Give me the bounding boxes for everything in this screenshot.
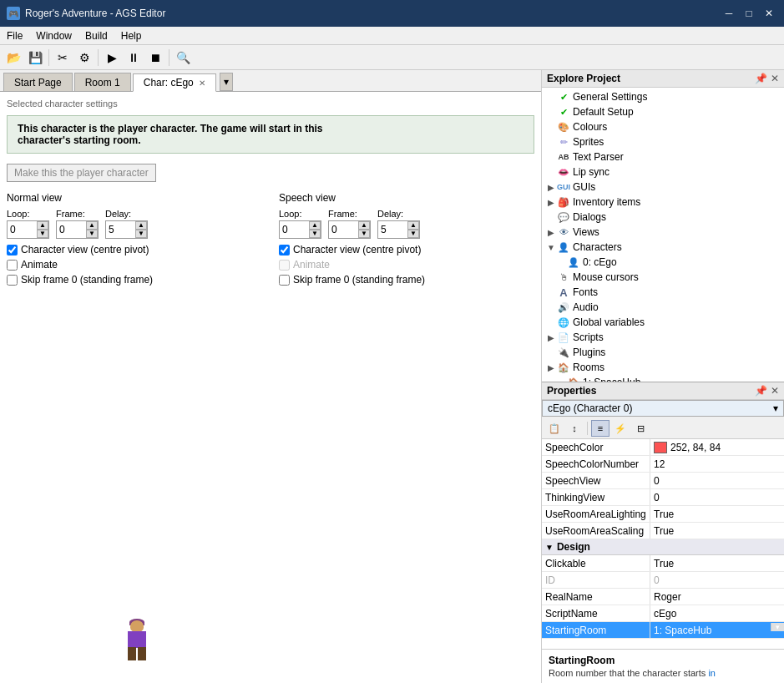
prop-tool-alphabetical[interactable]: ↕ — [565, 420, 584, 437]
speech-frame-group: Frame: ▲ ▼ — [328, 209, 371, 239]
speech-loop-input[interactable] — [280, 221, 309, 238]
normal-delay-down[interactable]: ▼ — [135, 230, 147, 238]
properties-pin-icon[interactable]: 📌 — [755, 385, 767, 397]
prop-value-startingroom-text: 1: SpaceHub — [650, 623, 771, 638]
speech-loop-up[interactable]: ▲ — [309, 221, 321, 230]
speech-charview-checkbox[interactable] — [279, 245, 290, 255]
prop-tool-extra[interactable]: ⊟ — [631, 420, 650, 437]
tree-icon-sprites: ✏ — [557, 135, 570, 149]
properties-close-icon[interactable]: ✕ — [771, 385, 779, 397]
properties-context-dropdown[interactable]: cEgo (Character 0) ▾ — [542, 400, 784, 417]
normal-loop-input[interactable] — [8, 221, 37, 238]
design-section-collapse-icon[interactable]: ▼ — [545, 543, 554, 552]
normal-delay-up[interactable]: ▲ — [135, 221, 147, 230]
normal-view-group: Normal view Loop: ▲ ▼ — [7, 192, 262, 289]
tree-item-fonts[interactable]: A Fonts — [544, 285, 782, 300]
normal-delay-input[interactable] — [106, 221, 135, 238]
normal-skip-label: Skip frame 0 (standing frame) — [21, 274, 153, 286]
explorer-close-icon[interactable]: ✕ — [771, 73, 779, 84]
toolbar-search[interactable]: 🔍 — [173, 48, 193, 68]
normal-frame-input[interactable] — [57, 221, 86, 238]
tree-item-mouse-cursors[interactable]: 🖱 Mouse cursors — [544, 270, 782, 285]
speech-delay-down[interactable]: ▼ — [407, 230, 419, 238]
normal-animate-checkbox[interactable] — [7, 260, 18, 271]
prop-value-speechview: 0 — [650, 473, 784, 488]
speech-frame-up[interactable]: ▲ — [358, 221, 370, 230]
prop-value-speechcolornumber-text: 12 — [654, 458, 665, 470]
window-controls: ─ □ ✕ — [721, 5, 777, 22]
normal-loop-down[interactable]: ▼ — [37, 230, 48, 238]
prop-name-useroomareascaling: UseRoomAreaScaling — [542, 523, 650, 539]
speech-loop-down[interactable]: ▼ — [309, 230, 321, 238]
prop-tool-properties[interactable]: ≡ — [591, 420, 609, 437]
toolbar-stop[interactable]: ⏹ — [145, 48, 165, 68]
views-container: Normal view Loop: ▲ ▼ — [7, 192, 534, 289]
tree-item-general-settings[interactable]: ✔ General Settings — [544, 89, 782, 104]
speech-view-label: Speech view — [279, 192, 534, 204]
normal-skip-checkbox[interactable] — [7, 275, 18, 286]
tree-item-text-parser[interactable]: AB Text Parser — [544, 149, 782, 164]
close-window-button[interactable]: ✕ — [761, 5, 777, 22]
prop-tool-categorized[interactable]: 📋 — [545, 420, 564, 437]
tab-close-icon[interactable]: ✕ — [199, 78, 205, 88]
menu-window[interactable]: Window — [29, 27, 78, 44]
speech-delay-input[interactable] — [378, 221, 407, 238]
title-bar: 🎮 Roger's Adventure - AGS Editor ─ □ ✕ — [0, 0, 784, 27]
tab-char-cego[interactable]: Char: cEgo ✕ — [133, 73, 216, 92]
normal-frame-down[interactable]: ▼ — [86, 230, 98, 238]
tab-room1[interactable]: Room 1 — [74, 73, 131, 91]
prop-name-realname: RealName — [542, 589, 650, 605]
char-head — [130, 620, 144, 632]
prop-tool-events[interactable]: ⚡ — [611, 420, 630, 437]
tree-item-guis[interactable]: ▶ GUI GUIs — [544, 180, 782, 195]
explorer-pin-icon[interactable]: 📌 — [755, 73, 767, 84]
tree-item-default-setup[interactable]: ✔ Default Setup — [544, 104, 782, 119]
tree-item-views[interactable]: ▶ 👁 Views — [544, 225, 782, 240]
menu-help[interactable]: Help — [114, 27, 149, 44]
tree-item-inventory[interactable]: ▶ 🎒 Inventory items — [544, 195, 782, 210]
speech-frame-down[interactable]: ▼ — [358, 230, 370, 238]
toolbar-save[interactable]: 💾 — [25, 48, 45, 68]
normal-frame-up[interactable]: ▲ — [86, 221, 98, 230]
tree-item-cego[interactable]: 👤 0: cEgo — [544, 255, 782, 270]
minimize-button[interactable]: ─ — [721, 5, 737, 22]
speech-frame-input[interactable] — [329, 221, 358, 238]
tree-item-global-vars[interactable]: 🌐 Global variables — [544, 315, 782, 330]
toolbar-pause[interactable]: ⏸ — [124, 48, 144, 68]
startingroom-dropdown-button[interactable]: ▾ — [771, 623, 784, 631]
tree-item-spacehub[interactable]: 🏠 1: SpaceHub — [544, 375, 782, 382]
speech-animate-checkbox[interactable] — [279, 260, 290, 271]
toolbar-run[interactable]: ▶ — [102, 48, 122, 68]
explorer-panel: Explore Project 📌 ✕ ✔ General Settings — [542, 70, 784, 382]
toolbar-cut[interactable]: ✂ — [53, 48, 73, 68]
tree-item-plugins[interactable]: 🔌 Plugins — [544, 345, 782, 360]
normal-charview-checkbox[interactable] — [7, 245, 18, 255]
speech-delay-up[interactable]: ▲ — [407, 221, 419, 230]
normal-loop-up[interactable]: ▲ — [37, 221, 48, 230]
menu-build[interactable]: Build — [78, 27, 114, 44]
tree-item-rooms[interactable]: ▶ 🏠 Rooms — [544, 360, 782, 375]
tab-dropdown-button[interactable]: ▾ — [220, 73, 233, 91]
menu-file[interactable]: File — [0, 27, 29, 44]
speech-color-swatch[interactable] — [654, 442, 667, 453]
section-header: Selected character settings — [7, 99, 534, 109]
tree-item-colours[interactable]: 🎨 Colours — [544, 119, 782, 134]
speech-skip-checkbox[interactable] — [279, 275, 290, 286]
tree-item-dialogs[interactable]: 💬 Dialogs — [544, 210, 782, 225]
tree-item-characters[interactable]: ▼ 👤 Characters — [544, 240, 782, 255]
prop-name-speechcolornumber: SpeechColorNumber — [542, 456, 650, 472]
prop-row-startingroom[interactable]: StartingRoom 1: SpaceHub ▾ — [542, 622, 784, 639]
tree-item-audio[interactable]: 🔊 Audio — [544, 300, 782, 315]
tree-item-scripts[interactable]: ▶ 📄 Scripts — [544, 330, 782, 345]
speech-loop-group: Loop: ▲ ▼ — [279, 209, 321, 239]
maximize-button[interactable]: □ — [741, 5, 757, 22]
toolbar-open[interactable]: 📂 — [3, 48, 23, 68]
tree-label-sprites: Sprites — [573, 136, 604, 148]
tab-start-page[interactable]: Start Page — [3, 73, 73, 91]
tree-item-sprites[interactable]: ✏ Sprites — [544, 134, 782, 149]
make-player-button[interactable]: Make this the player character — [7, 164, 156, 182]
right-panel: Explore Project 📌 ✕ ✔ General Settings — [542, 70, 784, 683]
toolbar-settings[interactable]: ⚙ — [74, 48, 94, 68]
tree-item-lipsync[interactable]: 👄 Lip sync — [544, 164, 782, 180]
toolbar-separator-2 — [98, 49, 99, 66]
